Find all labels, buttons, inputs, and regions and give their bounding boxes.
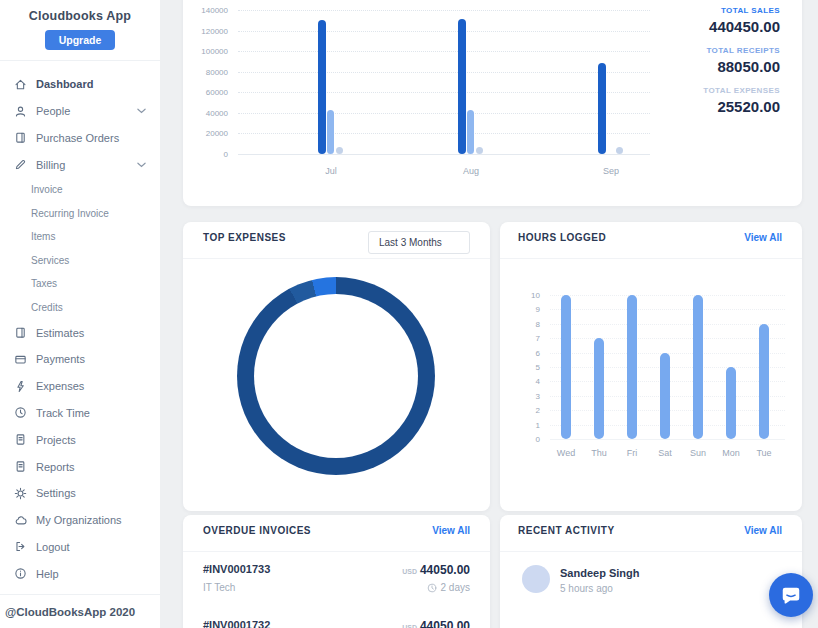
hours-view-all-link[interactable]: View All bbox=[744, 232, 782, 243]
invoice-row[interactable]: #INV0001733IT TechUSD44050.002 days bbox=[203, 563, 470, 593]
sidebar-item-billing[interactable]: Billing bbox=[0, 151, 160, 178]
sidebar-subitem-invoice[interactable]: Invoice bbox=[0, 178, 160, 202]
header-divider bbox=[500, 551, 802, 552]
x-axis-label: Jul bbox=[325, 166, 337, 176]
stat-label: TOTAL EXPENSES bbox=[703, 86, 780, 95]
clock-icon bbox=[14, 406, 27, 419]
gridline bbox=[238, 92, 650, 93]
sidebar-item-track-time[interactable]: Track Time bbox=[0, 400, 160, 427]
sidebar-item-logout[interactable]: Logout bbox=[0, 534, 160, 561]
sidebar-item-people[interactable]: People bbox=[0, 98, 160, 125]
avatar bbox=[522, 565, 550, 593]
home-icon bbox=[14, 78, 27, 91]
person-icon bbox=[14, 105, 27, 118]
header-divider bbox=[183, 551, 490, 552]
header-divider bbox=[500, 258, 802, 259]
x-axis-label: Sun bbox=[690, 448, 706, 458]
sidebar-subitem-services[interactable]: Services bbox=[0, 249, 160, 273]
recent-activity-title: RECENT ACTIVITY bbox=[518, 525, 615, 536]
bar-sales-sep bbox=[598, 63, 606, 154]
top-expenses-donut-chart bbox=[237, 277, 435, 475]
y-axis-tick: 120000 bbox=[188, 26, 228, 35]
invoices-view-all-link[interactable]: View All bbox=[432, 525, 470, 536]
sidebar-item-label: Help bbox=[36, 568, 59, 580]
book-icon bbox=[14, 131, 27, 144]
recent-activity-header: RECENT ACTIVITY View All bbox=[500, 515, 802, 551]
sidebar-subitem-taxes[interactable]: Taxes bbox=[0, 272, 160, 296]
gridline bbox=[238, 113, 650, 114]
sidebar-subitem-credits[interactable]: Credits bbox=[0, 296, 160, 320]
y-axis-tick: 3 bbox=[510, 391, 540, 400]
bar-hours-wed bbox=[561, 295, 571, 439]
hours-logged-card: HOURS LOGGED View All 109876543210WedThu… bbox=[500, 222, 802, 511]
recent-activity-card: RECENT ACTIVITY View All Sandeep Singh5 … bbox=[500, 515, 802, 628]
sidebar-subitem-label: Recurring Invoice bbox=[31, 208, 109, 219]
gridline bbox=[550, 295, 785, 296]
sidebar-item-expenses[interactable]: Expenses bbox=[0, 373, 160, 400]
gridline bbox=[550, 324, 785, 325]
gridline bbox=[238, 154, 650, 155]
sidebar-item-purchase-orders[interactable]: Purchase Orders bbox=[0, 125, 160, 152]
sidebar-item-estimates[interactable]: Estimates bbox=[0, 319, 160, 346]
sidebar-item-dashboard[interactable]: Dashboard bbox=[0, 71, 160, 98]
sidebar-item-label: Billing bbox=[36, 159, 65, 171]
bar-hours-sat bbox=[660, 353, 670, 439]
y-axis-tick: 8 bbox=[510, 319, 540, 328]
expenses-period-select[interactable]: Last 3 Months bbox=[368, 231, 470, 254]
overdue-invoices-header: OVERDUE INVOICES View All bbox=[183, 515, 490, 551]
y-axis-tick: 40000 bbox=[188, 108, 228, 117]
y-axis-tick: 1 bbox=[510, 420, 540, 429]
bar-hours-tue bbox=[759, 324, 769, 439]
y-axis-tick: 0 bbox=[510, 435, 540, 444]
clock-icon bbox=[427, 583, 437, 593]
stat-total-sales: TOTAL SALES440450.00 bbox=[709, 6, 780, 35]
x-axis-label: Mon bbox=[722, 448, 740, 458]
sidebar-item-settings[interactable]: Settings bbox=[0, 480, 160, 507]
gridline bbox=[238, 10, 650, 11]
gridline bbox=[550, 439, 785, 440]
sidebar-item-label: Logout bbox=[36, 541, 70, 553]
sidebar-item-payments[interactable]: Payments bbox=[0, 346, 160, 373]
x-axis-label: Wed bbox=[557, 448, 575, 458]
sidebar-subitem-label: Credits bbox=[31, 302, 63, 313]
bar-hours-sun bbox=[693, 295, 703, 439]
info-icon bbox=[14, 567, 27, 580]
pen-icon bbox=[14, 158, 27, 171]
sidebar-item-label: Track Time bbox=[36, 407, 90, 419]
sidebar-item-reports[interactable]: Reports bbox=[0, 453, 160, 480]
bar-hours-fri bbox=[627, 295, 637, 439]
sidebar-subitem-items[interactable]: Items bbox=[0, 225, 160, 249]
activity-view-all-link[interactable]: View All bbox=[744, 525, 782, 536]
logout-icon bbox=[14, 540, 27, 553]
chevron-down-icon bbox=[137, 162, 146, 168]
sidebar-item-label: Purchase Orders bbox=[36, 132, 119, 144]
x-axis-label: Thu bbox=[591, 448, 607, 458]
gridline bbox=[238, 31, 650, 32]
invoice-amount: USD44050.00 bbox=[402, 563, 470, 577]
sidebar-footer: @CloudBooksApp 2020 bbox=[0, 594, 160, 628]
sidebar-item-projects[interactable]: Projects bbox=[0, 426, 160, 453]
bar-expenses-aug bbox=[476, 147, 483, 154]
sidebar-subitem-recurring-invoice[interactable]: Recurring Invoice bbox=[0, 202, 160, 226]
y-axis-tick: 100000 bbox=[188, 47, 228, 56]
upgrade-button[interactable]: Upgrade bbox=[45, 30, 116, 50]
sidebar-item-help[interactable]: Help bbox=[0, 560, 160, 587]
gridline bbox=[238, 72, 650, 73]
bar-hours-mon bbox=[726, 367, 736, 439]
app-title: Cloudbooks App bbox=[0, 0, 160, 23]
chat-bubble-icon bbox=[780, 584, 802, 606]
invoice-row[interactable]: #INV0001732USD44050.00 bbox=[203, 619, 470, 628]
invoice-currency: USD bbox=[402, 568, 417, 575]
hours-logged-title: HOURS LOGGED bbox=[518, 232, 606, 243]
chat-launcher-button[interactable] bbox=[769, 573, 813, 617]
stat-label: TOTAL RECEIPTS bbox=[706, 46, 780, 55]
bar-hours-thu bbox=[594, 338, 604, 439]
y-axis-tick: 2 bbox=[510, 406, 540, 415]
x-axis-label: Tue bbox=[756, 448, 771, 458]
y-axis-tick: 10 bbox=[510, 291, 540, 300]
sidebar-item-label: Expenses bbox=[36, 380, 84, 392]
top-expenses-card: TOP EXPENSES Last 3 Months bbox=[183, 222, 490, 511]
header-divider bbox=[183, 258, 490, 259]
y-axis-tick: 7 bbox=[510, 334, 540, 343]
sidebar-item-my-organizations[interactable]: My Organizations bbox=[0, 507, 160, 534]
